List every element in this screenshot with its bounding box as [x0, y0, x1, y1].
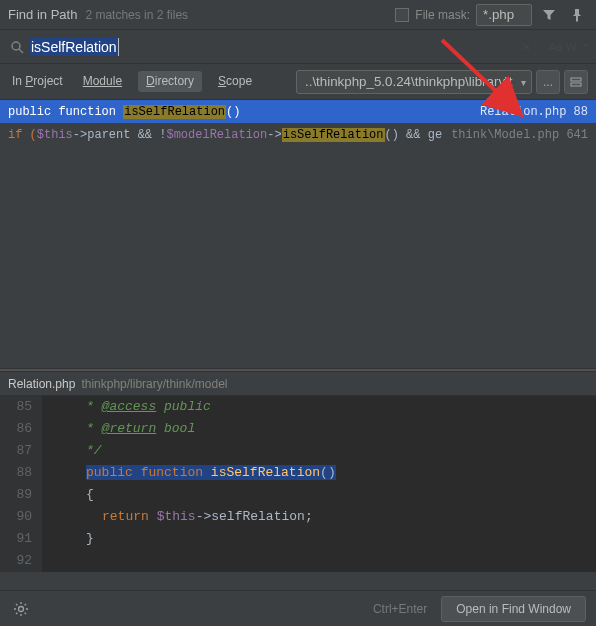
- directory-path-input[interactable]: [296, 70, 532, 94]
- search-bar: isSelfRelation × Aa W .*: [0, 30, 596, 64]
- match-case-toggle[interactable]: Aa: [549, 41, 562, 53]
- whole-word-toggle[interactable]: W: [566, 41, 576, 53]
- filter-icon[interactable]: [538, 4, 560, 26]
- line-numbers: 85 86 87 88 89 90 91 92: [0, 396, 42, 572]
- file-mask-checkbox[interactable]: [395, 8, 409, 22]
- chevron-down-icon[interactable]: ▾: [521, 77, 526, 88]
- result-row[interactable]: public function isSelfRelation() Relatio…: [0, 100, 596, 123]
- code-preview[interactable]: 85 86 87 88 89 90 91 92 * @access public…: [0, 396, 596, 572]
- svg-rect-3: [571, 83, 581, 86]
- svg-rect-2: [571, 78, 581, 81]
- svg-point-0: [12, 42, 20, 50]
- search-query-text: isSelfRelation: [30, 38, 119, 56]
- file-mask-label: File mask:: [415, 8, 470, 22]
- open-find-window-button[interactable]: Open in Find Window: [441, 596, 586, 622]
- results-list: public function isSelfRelation() Relatio…: [0, 100, 596, 368]
- svg-line-1: [19, 49, 23, 53]
- browse-directory-button[interactable]: ...: [536, 70, 560, 94]
- svg-point-4: [19, 606, 24, 611]
- preview-filename: Relation.php: [8, 377, 75, 391]
- clear-search-icon[interactable]: ×: [523, 39, 531, 55]
- recursive-toggle[interactable]: [564, 70, 588, 94]
- tab-in-project[interactable]: In Project: [8, 71, 67, 92]
- dialog-footer: Ctrl+Enter Open in Find Window: [0, 590, 596, 626]
- scope-tabs: In Project Module Directory Scope ▾ ...: [0, 64, 596, 100]
- search-input[interactable]: isSelfRelation: [26, 38, 523, 56]
- tab-module[interactable]: Module: [79, 71, 126, 92]
- shortcut-hint: Ctrl+Enter: [373, 602, 427, 616]
- match-highlight: isSelfRelation: [282, 128, 385, 142]
- preview-header: Relation.php thinkphp/library/think/mode…: [0, 372, 596, 396]
- match-highlight: isSelfRelation: [123, 105, 226, 119]
- dialog-title: Find in Path: [8, 7, 77, 22]
- preview-filepath: thinkphp/library/think/model: [81, 377, 227, 391]
- result-row[interactable]: if ($this->parent && !$modelRelation->is…: [0, 123, 596, 146]
- tab-scope[interactable]: Scope: [214, 71, 256, 92]
- match-count: 2 matches in 2 files: [85, 8, 188, 22]
- pin-icon[interactable]: [566, 4, 588, 26]
- settings-icon[interactable]: [10, 598, 32, 620]
- code-content: * @access public * @return bool */ publi…: [42, 396, 596, 572]
- dialog-header: Find in Path 2 matches in 2 files File m…: [0, 0, 596, 30]
- tab-directory[interactable]: Directory: [138, 71, 202, 92]
- regex-toggle[interactable]: .*: [581, 41, 588, 53]
- file-mask-input[interactable]: [476, 4, 532, 26]
- search-icon: [8, 36, 26, 58]
